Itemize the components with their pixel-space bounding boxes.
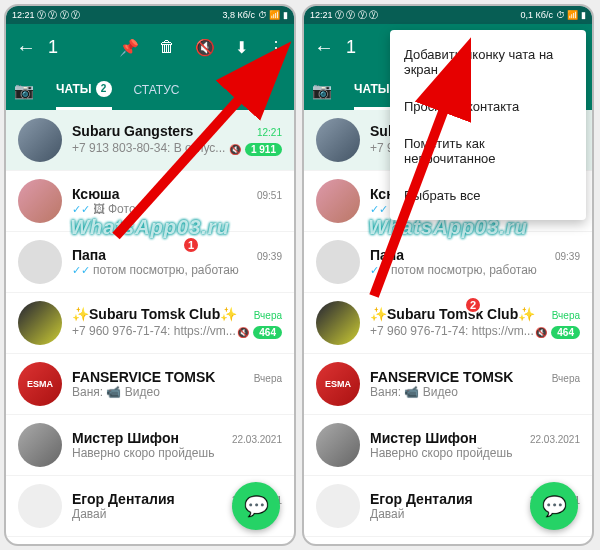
chat-name: Егор Денталия xyxy=(72,491,175,507)
chat-name: ✨Subaru Tomsk Club✨ xyxy=(72,306,237,322)
chat-name: FANSERVICE TOMSK xyxy=(370,369,513,385)
tabs: 📷 ЧАТЫ2 СТАТУС xyxy=(6,70,294,110)
avatar[interactable] xyxy=(316,301,360,345)
chat-name: ✨Subaru Tomsk Club✨ xyxy=(370,306,535,322)
chat-preview: Давай xyxy=(72,507,106,521)
selection-toolbar: ← 1 📌 🗑 🔇 ⬇ ⋮ xyxy=(6,24,294,70)
chat-row[interactable]: Папа09:39✓✓потом посмотрю, работаю xyxy=(304,232,592,293)
back-icon[interactable]: ← xyxy=(16,36,36,59)
chat-preview: Ваня: 📹 Видео xyxy=(370,385,458,399)
camera-icon[interactable]: 📷 xyxy=(14,81,34,100)
chat-time: 09:39 xyxy=(555,251,580,262)
chat-row[interactable]: Subaru Gangsters12:21+7 913 803-80-34: В… xyxy=(6,110,294,171)
avatar[interactable] xyxy=(316,118,360,162)
photo-icon: 🖼 xyxy=(93,202,105,216)
menu-mark-unread[interactable]: Пометить как непрочитанное xyxy=(390,125,586,177)
chat-row[interactable]: Папа09:39✓✓потом посмотрю, работаю xyxy=(6,232,294,293)
avatar[interactable] xyxy=(18,423,62,467)
muted-icon: 🔇 xyxy=(535,327,547,338)
chat-preview: ✓✓потом посмотрю, работаю xyxy=(72,263,239,277)
chat-name: Ксюша xyxy=(72,186,120,202)
read-ticks-icon: ✓✓ xyxy=(370,264,388,277)
chat-row[interactable]: ✨Subaru Tomsk Club✨Вчера+7 960 976-71-74… xyxy=(6,293,294,354)
chat-list[interactable]: Subaru Gangsters12:21+7 913 803-80-34: В… xyxy=(6,110,294,544)
delete-icon[interactable]: 🗑 xyxy=(159,38,175,57)
menu-view-contact[interactable]: Просмотр контакта xyxy=(390,88,586,125)
chat-time: Вчера xyxy=(254,373,282,384)
chat-preview: Наверно скоро пройдешь xyxy=(72,446,214,460)
back-icon[interactable]: ← xyxy=(314,36,334,59)
unread-badge: 1 911 xyxy=(245,143,282,156)
tab-chats[interactable]: ЧАТЫ2 xyxy=(56,70,112,110)
chat-row[interactable]: Мистер Шифон22.03.2021Наверно скоро прой… xyxy=(304,415,592,476)
chat-preview: +7 913 803-80-34: В отпус... xyxy=(72,141,225,155)
new-chat-fab[interactable]: 💬 xyxy=(530,482,578,530)
archive-icon[interactable]: ⬇ xyxy=(235,38,248,57)
menu-add-shortcut[interactable]: Добавить иконку чата на экран xyxy=(390,36,586,88)
avatar[interactable] xyxy=(18,484,62,528)
avatar[interactable]: ESMA xyxy=(18,362,62,406)
chat-preview: Давай xyxy=(370,507,404,521)
phone-right: 12:21ⓨ ⓨ ⓨ ⓨ 0,1 Кб/с⏱ 📶 ▮ ← 1 📷 ЧАТЫ Su… xyxy=(302,4,594,546)
chat-name: Мистер Шифон xyxy=(370,430,477,446)
new-chat-fab[interactable]: 💬 xyxy=(232,482,280,530)
tab-status[interactable]: СТАТУС xyxy=(134,70,180,110)
avatar[interactable] xyxy=(18,240,62,284)
chat-preview: ✓✓потом посмотрю, работаю xyxy=(370,263,537,277)
chat-preview: ✓✓🖼Фото xyxy=(72,202,136,216)
chat-name: Папа xyxy=(370,247,404,263)
chat-name: Егор Денталия xyxy=(370,491,473,507)
muted-icon: 🔇 xyxy=(229,144,241,155)
status-bar: 12:21ⓨ ⓨ ⓨ ⓨ 3,8 Кб/с⏱ 📶 ▮ xyxy=(6,6,294,24)
chat-name: Мистер Шифон xyxy=(72,430,179,446)
chat-row[interactable]: ✨Subaru Tomsk Club✨Вчера+7 960 976-71-74… xyxy=(304,293,592,354)
chat-time: Вчера xyxy=(254,310,282,321)
tab-chats[interactable]: ЧАТЫ xyxy=(354,70,390,110)
callout-marker-1: 1 xyxy=(182,236,200,254)
more-icon[interactable]: ⋮ xyxy=(268,38,284,57)
chat-row[interactable]: ESMAFANSERVICE TOMSKВчераВаня: 📹 Видео xyxy=(6,354,294,415)
avatar[interactable] xyxy=(316,179,360,223)
read-ticks-icon: ✓✓ xyxy=(72,203,90,216)
avatar[interactable]: ESMA xyxy=(316,362,360,406)
selection-count: 1 xyxy=(48,37,119,58)
muted-icon: 🔇 xyxy=(237,327,249,338)
status-time: 12:21 xyxy=(12,10,35,20)
avatar[interactable] xyxy=(316,240,360,284)
status-net: 3,8 Кб/с xyxy=(223,10,255,20)
avatar[interactable] xyxy=(316,484,360,528)
chat-preview: Наверно скоро пройдешь xyxy=(370,446,512,460)
unread-badge: 464 xyxy=(551,326,580,339)
chat-preview: +7 960 976-71-74: https://vm... xyxy=(72,324,236,338)
chat-row[interactable]: Мистер Шифон22.03.2021Наверно скоро прой… xyxy=(6,415,294,476)
camera-icon[interactable]: 📷 xyxy=(312,81,332,100)
read-ticks-icon: ✓✓ xyxy=(72,264,90,277)
chat-preview: Ваня: 📹 Видео xyxy=(72,385,160,399)
unread-badge: 464 xyxy=(253,326,282,339)
phone-left: 12:21ⓨ ⓨ ⓨ ⓨ 3,8 Кб/с⏱ 📶 ▮ ← 1 📌 🗑 🔇 ⬇ ⋮… xyxy=(4,4,296,546)
read-ticks-icon: ✓✓ xyxy=(370,203,388,216)
avatar[interactable] xyxy=(18,118,62,162)
chat-preview: +7 960 976-71-74: https://vm... xyxy=(370,324,534,338)
status-bar: 12:21ⓨ ⓨ ⓨ ⓨ 0,1 Кб/с⏱ 📶 ▮ xyxy=(304,6,592,24)
mute-icon[interactable]: 🔇 xyxy=(195,38,215,57)
pin-icon[interactable]: 📌 xyxy=(119,38,139,57)
avatar[interactable] xyxy=(18,301,62,345)
chat-name: Subaru Gangsters xyxy=(72,123,193,139)
menu-select-all[interactable]: Выбрать все xyxy=(390,177,586,214)
avatar[interactable] xyxy=(18,179,62,223)
avatar[interactable] xyxy=(316,423,360,467)
chat-name: Папа xyxy=(72,247,106,263)
chat-time: 09:39 xyxy=(257,251,282,262)
chat-row[interactable]: ESMAFANSERVICE TOMSKВчераВаня: 📹 Видео xyxy=(304,354,592,415)
callout-marker-2: 2 xyxy=(464,296,482,314)
chat-time: 22.03.2021 xyxy=(530,434,580,445)
context-menu: Добавить иконку чата на экран Просмотр к… xyxy=(390,30,586,220)
chat-time: Вчера xyxy=(552,310,580,321)
chat-time: 22.03.2021 xyxy=(232,434,282,445)
chat-row[interactable]: Ксюша09:51✓✓🖼Фото xyxy=(6,171,294,232)
chat-time: Вчера xyxy=(552,373,580,384)
chat-time: 12:21 xyxy=(257,127,282,138)
chat-name: FANSERVICE TOMSK xyxy=(72,369,215,385)
chat-time: 09:51 xyxy=(257,190,282,201)
